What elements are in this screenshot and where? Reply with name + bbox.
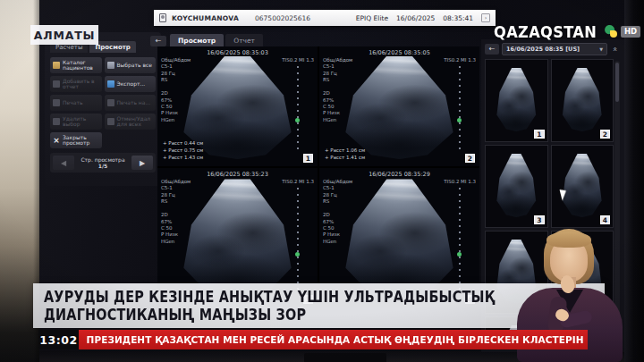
thumbnail-number-badge: 1: [534, 130, 544, 139]
news-ticker-text: ПРЕЗИДЕНТ ҚАЗАҚСТАН МЕН РЕСЕЙ АРАСЫНДА А…: [79, 334, 588, 346]
add-report-icon: [53, 80, 60, 88]
thumbnail-number-badge: 2: [600, 130, 610, 139]
image-params: Общ/Абдом C5-1 28 Гц RS 2D 67% C 50 P Ни…: [323, 57, 352, 123]
news-ticker: ПРЕЗИДЕНТ ҚАЗАҚСТАН МЕН РЕСЕЙ АРАСЫНДА А…: [79, 330, 588, 349]
image-measurements: + Расст 0.44 см + Расст 0.75 см + Расст …: [163, 140, 203, 162]
ultrasound-fan: [493, 154, 539, 217]
interpreter-hair-fringe: [547, 232, 591, 248]
image-measurements: + Расст 1.06 см + Расст 1.41 см: [325, 147, 365, 162]
tab-report[interactable]: Отчет: [225, 34, 263, 46]
ultrasound-image-grid: 16/06/2025 08:35:03 Общ/Абдом C5-1 28 Гц…: [157, 46, 479, 307]
control-panel: Расчеты Просмотр Каталог пациентов Выбра…: [50, 41, 156, 173]
print-icon: [53, 99, 60, 106]
thumbnail-number-badge: 3: [534, 215, 544, 224]
patient-icon: [159, 13, 166, 22]
cancel-all-button[interactable]: Отмен/Удал для всех: [105, 114, 157, 130]
image-params: Общ/Абдом C5-1 28 Гц RS 2D 67% C 50 P Ни…: [323, 179, 352, 245]
thumbnail-1[interactable]: 1: [485, 59, 548, 142]
prev-page-button[interactable]: ◀: [53, 156, 74, 170]
select-all-button[interactable]: Выбрать все: [105, 57, 157, 73]
image-tis: TIS0.2 MI 1.3: [444, 179, 476, 184]
depth-ruler: [297, 188, 299, 291]
exam-date: 16/06/2025: [396, 14, 435, 22]
back-arrow-icon[interactable]: ←: [485, 44, 499, 55]
ultrasound-fan: [174, 179, 301, 299]
page-indicator-value: 1/5: [80, 163, 124, 170]
image-tis: TIS0.2 MI 1.3: [282, 57, 314, 63]
close-review-button[interactable]: × Закрыть просмотр: [50, 132, 102, 148]
ultrasound-fan: [559, 68, 606, 131]
view-tabs: ← Просмотр Отчет: [150, 34, 263, 46]
tab-view[interactable]: Просмотр: [170, 34, 224, 46]
headline-line-1: АУРУДЫ ДЕР КЕЗІНДЕ АНЫҚТАУ ҮШІН УЛЬТРАДЫ…: [44, 288, 521, 306]
ultrasound-image-2[interactable]: 16/06/2025 08:35:05 Общ/Абдом C5-1 28 Гц…: [319, 46, 479, 166]
tv-frame: KOYCHUMANOVA 0675002025616 EPIQ Elite 16…: [0, 0, 644, 362]
headline-line-2: ДИАГНОСТИКАНЫҢ МАҢЫЗЫ ЗОР: [44, 306, 521, 324]
export-icon: [107, 80, 114, 88]
patient-name: KOYCHUMANOVA: [172, 14, 239, 22]
depth-ruler: [459, 66, 461, 150]
delete-icon: [53, 118, 60, 125]
printer-icon: [107, 99, 114, 106]
channel-logo: QAZAQSTAN HD: [494, 23, 640, 39]
image-params: Общ/Абдом C5-1 28 Гц RS 2D 67% C 50 P Ни…: [161, 57, 191, 123]
channel-leaf-icon: [605, 25, 617, 38]
image-timestamp: 16/06/2025 08:35:03: [207, 49, 268, 56]
machine-model: EPIQ Elite: [356, 14, 388, 22]
next-page-button[interactable]: ▶: [131, 156, 153, 170]
patient-catalog-button[interactable]: Каталог пациентов: [50, 57, 102, 73]
folder-icon: [53, 62, 60, 69]
patient-id: 0675002025616: [255, 14, 310, 22]
review-pagination: ◀ Стр. просмотра 1/5 ▶: [50, 153, 156, 173]
depth-ruler: [297, 66, 299, 150]
exam-selector-dropdown[interactable]: 16/06/2025 08:35 [US] ▼: [502, 43, 607, 55]
monitor-bezel: [624, 0, 644, 362]
thumbnail-panel-header: ← 16/06/2025 08:35 [US] ▼ «: [485, 43, 621, 55]
cancel-all-icon: [107, 118, 114, 125]
thumbnail-3[interactable]: 3: [485, 145, 548, 228]
chevron-down-icon: ▼: [599, 46, 603, 52]
thumbnail-2[interactable]: 2: [551, 59, 614, 142]
location-bug: АЛМАТЫ: [30, 25, 98, 45]
thumbnail-4[interactable]: 4: [551, 145, 614, 228]
hide-panel-arrow-icon[interactable]: ←: [150, 36, 166, 46]
patient-bar: KOYCHUMANOVA 0675002025616 EPIQ Elite 16…: [154, 10, 496, 26]
page-indicator-label: Стр. просмотра: [80, 156, 124, 164]
clock: 13:02: [38, 330, 79, 349]
print-to-button[interactable]: Печать на...: [105, 95, 157, 111]
close-icon: ×: [53, 137, 60, 144]
page-indicator: Стр. просмотра 1/5: [80, 156, 124, 170]
image-number-badge: 1: [303, 154, 313, 163]
control-buttons-grid: Каталог пациентов Выбрать все Добавить в…: [50, 57, 156, 148]
thumbnail-number-badge: 4: [600, 215, 610, 224]
collapse-panel-icon[interactable]: «: [611, 44, 620, 55]
select-all-icon: [107, 62, 114, 69]
print-button[interactable]: Печать: [50, 95, 102, 111]
exam-time: 08:35:41: [443, 14, 473, 22]
ticker-row: 13:02 ПРЕЗИДЕНТ ҚАЗАҚСТАН МЕН РЕСЕЙ АРАС…: [38, 330, 588, 349]
patient-bar-button[interactable]: ›: [481, 13, 490, 22]
ultrasound-fan: [335, 56, 463, 159]
image-tis: TIS0.2 MI 1.3: [282, 179, 314, 184]
depth-ruler: [459, 188, 461, 291]
hd-badge: HD: [621, 26, 640, 38]
image-timestamp: 16/06/2025 08:35:29: [369, 171, 430, 178]
export-button[interactable]: Экспорт...: [105, 76, 157, 92]
image-timestamp: 16/06/2025 08:35:23: [207, 171, 268, 178]
ultrasound-fan: [559, 154, 606, 217]
image-params: Общ/Абдом C5-1 28 Гц RS 2D 67% C 50 P Ни…: [161, 179, 191, 245]
image-tis: TIS0.2 MI 1.3: [444, 57, 476, 63]
delete-selection-button[interactable]: Удалить выбор: [50, 114, 102, 130]
ultrasound-image-1[interactable]: 16/06/2025 08:35:03 Общ/Абдом C5-1 28 Гц…: [157, 46, 318, 166]
add-to-report-button[interactable]: Добавить в отчет: [50, 76, 102, 92]
desk-equipment: [304, 353, 386, 362]
ultrasound-fan: [493, 68, 539, 131]
image-timestamp: 16/06/2025 08:35:05: [369, 49, 430, 56]
image-number-badge: 2: [465, 154, 475, 163]
channel-logo-text: QAZAQSTAN: [494, 22, 597, 41]
ultrasound-fan: [335, 179, 463, 299]
